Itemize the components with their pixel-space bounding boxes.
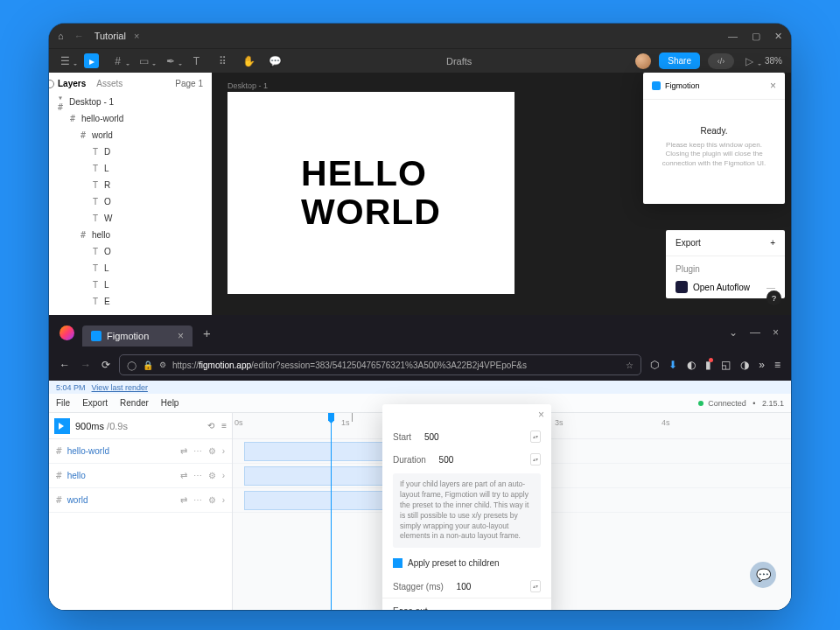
chevron-icon[interactable]: › [222,471,225,480]
chevron-down-icon[interactable]: ⌄ [729,326,738,339]
canvas-text-world[interactable]: WORLD [301,193,441,231]
reload-icon[interactable]: ⟳ [102,359,110,371]
present-icon[interactable]: ▷ [742,53,757,68]
layer-text[interactable]: TO [49,193,212,210]
close-icon[interactable]: ✕ [774,31,782,42]
avatar[interactable] [635,53,651,69]
move-tool[interactable]: ▸ [84,53,99,68]
new-tab-icon[interactable]: + [203,326,211,340]
shuffle-icon[interactable]: ⇄ [180,446,187,456]
frame-desktop-1[interactable]: HELLOWORLD [228,92,514,294]
home-icon[interactable]: ⌂ [58,31,64,41]
layer-group[interactable]: #world [49,127,212,144]
timeline-row-hello-world[interactable]: #hello-world⇄⋯⚙› [49,439,232,464]
ease-selector[interactable]: Ease out⌄ [382,598,551,610]
extension-icon[interactable]: ◱ [721,359,731,371]
layer-text[interactable]: TE [49,293,212,310]
address-bar[interactable]: ◯ 🔒 ⚙ https://figmotion.app/editor?sessi… [119,354,641,375]
back-icon[interactable]: ← [74,31,84,41]
layer-text[interactable]: TW [49,210,212,227]
forward-icon[interactable]: → [80,359,91,371]
shield-icon[interactable]: ◯ [127,360,136,370]
menu-file[interactable]: File [56,398,70,408]
close-icon[interactable]: × [773,326,779,339]
tab-title[interactable]: Tutorial [94,31,126,41]
apply-children-checkbox[interactable]: Apply preset to children [382,555,551,575]
notification-icon[interactable]: ▮ [705,359,711,371]
layer-frame[interactable]: ▾ #Desktop - 1 [49,94,212,110]
location-label[interactable]: Drafts [294,56,624,66]
gear-icon[interactable]: ⚙ [208,495,216,505]
overflow-icon[interactable]: » [759,359,765,371]
start-value[interactable]: 500 [424,432,439,442]
duration-value[interactable]: 500 [439,455,454,465]
share-button[interactable]: Share [659,52,700,69]
playhead[interactable] [331,413,332,610]
firefox-icon[interactable] [60,326,74,340]
gear-icon[interactable]: ⚙ [208,471,216,480]
menu-icon[interactable]: ≡ [774,359,780,371]
layer-text[interactable]: TL [49,260,212,276]
shuffle-icon[interactable]: ⇄ [180,471,187,480]
layer-text[interactable]: TL [49,276,212,293]
bookmark-icon[interactable]: ☆ [626,360,634,370]
pen-tool[interactable]: ✒ [163,53,178,68]
layer-text[interactable]: TL [49,160,212,177]
download-icon[interactable]: ⬇ [668,359,677,371]
help-button[interactable]: ? [766,290,781,305]
page-selector[interactable]: Page 1 [175,79,203,88]
minimize-icon[interactable]: — [750,326,760,339]
permissions-icon[interactable]: ⚙ [159,360,166,369]
text-tool[interactable]: T [189,53,204,68]
layer-text[interactable]: TD [49,144,212,160]
browser-tab[interactable]: Figmotion × [82,326,192,346]
account-icon[interactable]: ◐ [687,359,696,371]
timeline-row-world[interactable]: #world⇄⋯⚙› [49,488,232,513]
stepper-icon[interactable]: ▴▾ [530,453,541,466]
loop-icon[interactable]: ⟲ [207,421,214,430]
stagger-value[interactable]: 100 [457,582,472,592]
add-export-icon[interactable]: + [770,238,775,248]
comment-tool[interactable]: 💬 [268,53,283,68]
close-modal-icon[interactable]: × [538,409,544,421]
gear-icon[interactable]: ⚙ [208,446,216,456]
resources-tool[interactable]: ⠿ [215,53,230,68]
chevron-icon[interactable]: › [222,446,225,456]
settings-icon[interactable]: ≡ [221,421,227,430]
play-button[interactable] [54,418,70,434]
devmode-toggle[interactable]: ‹/› [708,53,734,69]
chevron-icon[interactable]: › [222,495,225,505]
view-render-link[interactable]: View last render [92,383,148,392]
timeline-row-hello[interactable]: #hello⇄⋯⚙› [49,464,232,488]
shape-tool[interactable]: ▭ [136,53,151,68]
more-icon[interactable]: ⋯ [193,471,202,480]
stepper-icon[interactable]: ▴▾ [530,430,541,443]
extension-icon[interactable]: ◑ [740,359,749,371]
close-tab-icon[interactable]: × [134,31,139,41]
zoom-level[interactable]: 38% [765,56,782,66]
chat-button[interactable]: 💬 [750,562,776,588]
close-plugin-icon[interactable]: × [770,80,776,92]
layer-group[interactable]: #hello-world [49,110,212,127]
more-icon[interactable]: ⋯ [193,446,202,456]
menu-export[interactable]: Export [82,398,108,408]
lock-icon[interactable]: 🔒 [143,360,153,370]
layers-tab[interactable]: Layers [58,79,86,88]
menu-render[interactable]: Render [120,398,149,408]
stepper-icon[interactable]: ▴▾ [530,580,541,592]
layer-text[interactable]: TO [49,243,212,260]
main-menu-icon[interactable]: ☰ [58,53,73,68]
canvas-text-hello[interactable]: HELLO [301,155,441,192]
pocket-icon[interactable]: ⬡ [650,359,659,371]
shuffle-icon[interactable]: ⇄ [180,495,187,505]
hand-tool[interactable]: ✋ [242,53,256,68]
layer-group[interactable]: #hello [49,227,212,243]
layer-text[interactable]: TR [49,177,212,193]
minimize-icon[interactable]: — [728,31,738,42]
frame-tool[interactable]: # [110,53,125,68]
assets-tab[interactable]: Assets [96,79,122,88]
more-icon[interactable]: ⋯ [193,495,202,505]
close-tab-icon[interactable]: × [178,330,184,342]
menu-help[interactable]: Help [161,398,179,408]
back-icon[interactable]: ← [60,359,70,371]
